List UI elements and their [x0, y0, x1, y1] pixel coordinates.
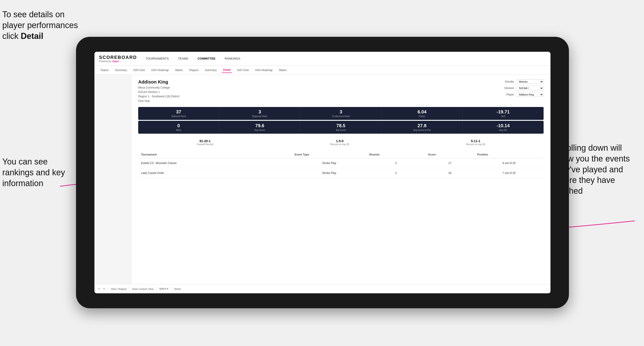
- col-event-type: Event Type: [292, 151, 366, 158]
- nav-teams[interactable]: TEAMS: [176, 56, 190, 61]
- record-overall-label: Overall Record: [196, 143, 213, 146]
- record-top25: 1-5-0 Record vs top 25: [330, 139, 350, 146]
- logo-powered: Powered by clippd: [99, 60, 137, 63]
- record-top25-label: Record vs top 25: [330, 143, 350, 146]
- detail-bold: Detail: [21, 31, 43, 41]
- toolbar-share[interactable]: Share: [174, 288, 181, 290]
- stats-grid-row2: 0 Wins 79.6 Avg Score 78.5 Adj Score 27.…: [138, 121, 544, 134]
- nav-tournaments[interactable]: TOURNAMENTS: [144, 56, 170, 61]
- division-filter-row: Division NJCAA I: [504, 86, 544, 90]
- cell-rounds-1: 2: [366, 158, 425, 168]
- nav-links: TOURNAMENTS TEAMS COMMITTEE RANKINGS: [144, 56, 242, 61]
- subnav-h2h-grid[interactable]: H2H Grid: [132, 68, 146, 73]
- cell-position-2: 7 out of 20: [474, 168, 544, 178]
- player-filters: Gender Women Division NJCAA I: [504, 79, 544, 97]
- records-row: 91-20-1 Overall Record 1-5-0 Record vs t…: [138, 137, 544, 148]
- stat-conference-rank-value: 3: [303, 109, 378, 115]
- toolbar-sep3: [156, 287, 156, 291]
- col-position: Position: [474, 151, 544, 158]
- col-tournament: Tournament: [138, 151, 292, 158]
- subnav-players[interactable]: Players: [188, 68, 200, 73]
- toolbar-undo[interactable]: ↩: [98, 287, 100, 290]
- tablet: SCOREBOARD Powered by clippd TOURNAMENTS…: [76, 37, 569, 308]
- stat-avg-score: 79.6 Avg Score: [219, 121, 300, 134]
- stat-avg-score-label: Avg Score: [222, 129, 297, 131]
- toolbar-sep1: [108, 287, 108, 291]
- stat-regional-rank-label: Regional Rank: [222, 115, 297, 118]
- logo-scoreboard: SCOREBOARD: [99, 55, 137, 60]
- subnav-h2h-grid2[interactable]: H2H Grid: [236, 68, 250, 73]
- subnav-summary2[interactable]: Summary: [204, 68, 218, 73]
- logo-clippd: clippd: [112, 60, 118, 63]
- toolbar-save-custom-view[interactable]: Save Custom View: [132, 288, 154, 290]
- subnav-matrix[interactable]: Matrix: [174, 68, 184, 73]
- stat-national-rank-value: 37: [141, 109, 216, 115]
- table-row: Estella CC- Mountain Classic Stroke Play…: [138, 158, 544, 168]
- stat-wins-value: 0: [141, 123, 216, 128]
- stat-points-value: 6.04: [384, 109, 460, 115]
- record-overall: 91-20-1 Overall Record: [196, 139, 213, 146]
- record-overall-value: 91-20-1: [196, 139, 213, 143]
- record-top50-label: Record vs top 50: [466, 143, 485, 146]
- stat-avg-score-par-label: Avg Score to Par: [384, 129, 460, 131]
- cell-tournament-2: Lady Coyote Invite: [138, 168, 292, 178]
- stat-conference-rank: 3 Conference Rank: [300, 107, 382, 120]
- toolbar-redo[interactable]: ↪: [103, 287, 105, 290]
- player-division: NJCAA Division 1: [138, 90, 180, 94]
- stat-avg-score-par: 27.8 Avg Score to Par: [382, 121, 463, 134]
- main-content: Addison King Mesa Community College NJCA…: [94, 75, 550, 284]
- record-top25-value: 1-5-0: [330, 139, 350, 143]
- record-top50: 5-11-1 Record vs top 50: [466, 139, 485, 146]
- stat-points: 6.04 Points: [382, 107, 463, 120]
- bottom-toolbar: ↩ ↪ View: Original Save Custom View Watc…: [94, 284, 550, 293]
- player-select[interactable]: Addison King: [516, 92, 544, 97]
- player-label: Player: [506, 93, 514, 96]
- player-info: Addison King Mesa Community College NJCA…: [138, 79, 180, 103]
- player-header: Addison King Mesa Community College NJCA…: [138, 79, 544, 103]
- stat-avg-sg-value: -10.14: [466, 123, 541, 128]
- subnav-h2h-heatmap[interactable]: H2H Heatmap: [150, 68, 170, 73]
- stat-points-label: Points: [384, 115, 460, 118]
- subnav-detail[interactable]: Detail: [222, 67, 232, 73]
- stat-sos-label: SoS: [466, 115, 541, 118]
- player-school: Mesa Community College: [138, 86, 180, 90]
- toolbar-view-original[interactable]: View: Original: [111, 288, 126, 290]
- gender-filter-row: Gender Women: [505, 79, 544, 84]
- record-top50-value: 5-11-1: [466, 139, 485, 143]
- stat-sos: -19.71 SoS: [463, 107, 544, 120]
- stats-grid-row1: 37 National Rank 3 Regional Rank 3 Confe…: [138, 107, 544, 120]
- player-filter-row: Player Addison King: [506, 92, 544, 97]
- toolbar-watch[interactable]: Watch ▾: [159, 287, 168, 290]
- cell-tournament-1: Estella CC- Mountain Classic: [138, 158, 292, 168]
- top-nav: SCOREBOARD Powered by clippd TOURNAMENTS…: [94, 52, 550, 66]
- stat-wins: 0 Wins: [138, 121, 219, 134]
- stat-avg-sg-label: Avg SG: [466, 129, 541, 131]
- col-score: Score: [426, 151, 474, 158]
- left-sidebar: [94, 75, 131, 284]
- stat-adj-score-value: 78.5: [303, 123, 378, 128]
- nav-committee[interactable]: COMMITTEE: [196, 56, 217, 61]
- cell-score-1: 17: [426, 158, 474, 168]
- gender-select[interactable]: Women: [516, 79, 544, 84]
- stat-avg-sg: -10.14 Avg SG: [463, 121, 544, 134]
- subnav-h2h-heatmap2[interactable]: H2H Heatmap: [254, 68, 274, 73]
- stat-national-rank: 37 National Rank: [138, 107, 219, 120]
- stat-adj-score-label: Adj Score: [303, 129, 378, 131]
- table-row: Lady Coyote Invite Stroke Play 2 16 7 ou…: [138, 168, 544, 178]
- player-region: Region 1 - Southwest (18) District: [138, 94, 180, 99]
- table-body: Estella CC- Mountain Classic Stroke Play…: [138, 158, 544, 178]
- gender-label: Gender: [505, 80, 514, 83]
- player-name: Addison King: [138, 79, 180, 85]
- annotation-bottom-left: You can see rankings and key information: [2, 157, 78, 189]
- division-select[interactable]: NJCAA I: [516, 86, 544, 90]
- table-header: Tournament Event Type Rounds Score Posit…: [138, 151, 544, 158]
- subnav-matrix2[interactable]: Matrix: [278, 68, 288, 73]
- subnav-teams[interactable]: Teams: [99, 68, 110, 73]
- subnav-summary[interactable]: Summary: [114, 68, 128, 73]
- tournament-table: Tournament Event Type Rounds Score Posit…: [138, 151, 544, 178]
- division-label: Division: [504, 86, 514, 90]
- cell-event-type-1: Stroke Play: [292, 158, 366, 168]
- nav-rankings[interactable]: RANKINGS: [223, 56, 242, 61]
- col-rounds: Rounds: [366, 151, 425, 158]
- stat-regional-rank-value: 3: [222, 109, 297, 115]
